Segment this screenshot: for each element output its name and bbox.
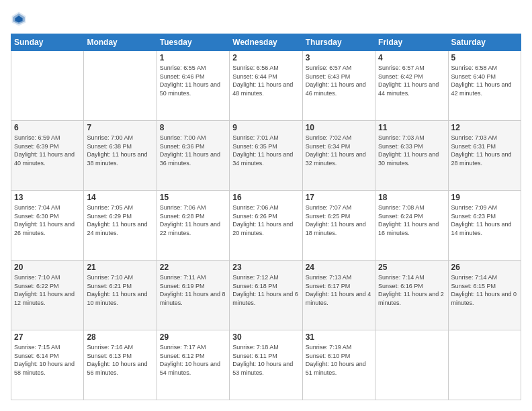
day-number: 4 (378, 53, 445, 62)
cell-info: Sunrise: 7:07 AM Sunset: 6:25 PM Dayligh… (306, 203, 372, 237)
calendar-cell: 2Sunrise: 6:56 AM Sunset: 6:44 PM Daylig… (230, 51, 302, 121)
day-number: 13 (14, 193, 81, 202)
cell-info: Sunrise: 7:15 AM Sunset: 6:14 PM Dayligh… (14, 343, 81, 377)
calendar-cell: 13Sunrise: 7:04 AM Sunset: 6:30 PM Dayli… (11, 191, 84, 261)
header (11, 11, 521, 27)
calendar-cell: 7Sunrise: 7:00 AM Sunset: 6:38 PM Daylig… (84, 121, 157, 191)
cell-info: Sunrise: 7:13 AM Sunset: 6:17 PM Dayligh… (306, 273, 372, 307)
cell-info: Sunrise: 7:03 AM Sunset: 6:31 PM Dayligh… (451, 134, 518, 167)
cell-info: Sunrise: 7:06 AM Sunset: 6:28 PM Dayligh… (160, 203, 226, 237)
cell-info: Sunrise: 6:57 AM Sunset: 6:43 PM Dayligh… (306, 64, 372, 97)
calendar-cell: 10Sunrise: 7:02 AM Sunset: 6:34 PM Dayli… (302, 121, 375, 191)
weekday-header-tuesday: Tuesday (157, 34, 229, 51)
day-number: 1 (160, 53, 226, 62)
day-number: 11 (378, 123, 445, 132)
calendar-cell: 11Sunrise: 7:03 AM Sunset: 6:33 PM Dayli… (375, 121, 448, 191)
calendar-cell: 21Sunrise: 7:10 AM Sunset: 6:21 PM Dayli… (84, 261, 157, 330)
day-number: 26 (451, 263, 518, 272)
calendar-cell: 15Sunrise: 7:06 AM Sunset: 6:28 PM Dayli… (157, 191, 229, 261)
calendar-cell: 29Sunrise: 7:17 AM Sunset: 6:12 PM Dayli… (157, 330, 229, 400)
weekday-header-saturday: Saturday (448, 34, 521, 51)
calendar-cell: 25Sunrise: 7:14 AM Sunset: 6:16 PM Dayli… (375, 261, 448, 330)
cell-info: Sunrise: 7:14 AM Sunset: 6:16 PM Dayligh… (378, 273, 445, 307)
cell-info: Sunrise: 7:14 AM Sunset: 6:15 PM Dayligh… (451, 273, 518, 307)
day-number: 8 (160, 123, 226, 132)
calendar-cell: 30Sunrise: 7:18 AM Sunset: 6:11 PM Dayli… (230, 330, 302, 400)
cell-info: Sunrise: 6:55 AM Sunset: 6:46 PM Dayligh… (160, 64, 226, 97)
day-number: 7 (87, 123, 153, 132)
weekday-header-thursday: Thursday (302, 34, 375, 51)
calendar-cell: 3Sunrise: 6:57 AM Sunset: 6:43 PM Daylig… (302, 51, 375, 121)
day-number: 9 (232, 123, 299, 132)
weekday-header-row: SundayMondayTuesdayWednesdayThursdayFrid… (11, 34, 521, 51)
day-number: 25 (378, 263, 445, 272)
cell-info: Sunrise: 7:08 AM Sunset: 6:24 PM Dayligh… (378, 203, 445, 237)
calendar-cell: 6Sunrise: 6:59 AM Sunset: 6:39 PM Daylig… (11, 121, 84, 191)
logo (11, 11, 30, 27)
day-number: 2 (232, 53, 299, 62)
day-number: 6 (14, 123, 81, 132)
calendar-cell: 18Sunrise: 7:08 AM Sunset: 6:24 PM Dayli… (375, 191, 448, 261)
day-number: 3 (306, 53, 372, 62)
cell-info: Sunrise: 7:00 AM Sunset: 6:38 PM Dayligh… (87, 134, 153, 167)
calendar-cell: 4Sunrise: 6:57 AM Sunset: 6:42 PM Daylig… (375, 51, 448, 121)
cell-info: Sunrise: 6:58 AM Sunset: 6:40 PM Dayligh… (451, 64, 518, 97)
day-number: 18 (378, 193, 445, 202)
page: SundayMondayTuesdayWednesdayThursdayFrid… (0, 0, 532, 411)
calendar-cell: 14Sunrise: 7:05 AM Sunset: 6:29 PM Dayli… (84, 191, 157, 261)
calendar-cell: 12Sunrise: 7:03 AM Sunset: 6:31 PM Dayli… (448, 121, 521, 191)
day-number: 21 (87, 263, 153, 272)
cell-info: Sunrise: 7:02 AM Sunset: 6:34 PM Dayligh… (306, 134, 372, 167)
logo-icon (11, 11, 27, 27)
week-row-3: 13Sunrise: 7:04 AM Sunset: 6:30 PM Dayli… (11, 191, 521, 261)
day-number: 17 (306, 193, 372, 202)
calendar-cell: 26Sunrise: 7:14 AM Sunset: 6:15 PM Dayli… (448, 261, 521, 330)
day-number: 10 (306, 123, 372, 132)
calendar-cell: 22Sunrise: 7:11 AM Sunset: 6:19 PM Dayli… (157, 261, 229, 330)
day-number: 24 (306, 263, 372, 272)
calendar-cell: 24Sunrise: 7:13 AM Sunset: 6:17 PM Dayli… (302, 261, 375, 330)
week-row-4: 20Sunrise: 7:10 AM Sunset: 6:22 PM Dayli… (11, 261, 521, 330)
calendar-table: SundayMondayTuesdayWednesdayThursdayFrid… (11, 34, 521, 400)
calendar-cell: 27Sunrise: 7:15 AM Sunset: 6:14 PM Dayli… (11, 330, 84, 400)
calendar-cell (448, 330, 521, 400)
day-number: 20 (14, 263, 81, 272)
cell-info: Sunrise: 7:09 AM Sunset: 6:23 PM Dayligh… (451, 203, 518, 237)
calendar-cell (11, 51, 84, 121)
cell-info: Sunrise: 6:56 AM Sunset: 6:44 PM Dayligh… (232, 64, 299, 97)
weekday-header-wednesday: Wednesday (230, 34, 302, 51)
week-row-5: 27Sunrise: 7:15 AM Sunset: 6:14 PM Dayli… (11, 330, 521, 400)
calendar-cell: 9Sunrise: 7:01 AM Sunset: 6:35 PM Daylig… (230, 121, 302, 191)
cell-info: Sunrise: 6:59 AM Sunset: 6:39 PM Dayligh… (14, 134, 81, 167)
day-number: 16 (232, 193, 299, 202)
calendar-cell: 31Sunrise: 7:19 AM Sunset: 6:10 PM Dayli… (302, 330, 375, 400)
day-number: 15 (160, 193, 226, 202)
day-number: 22 (160, 263, 226, 272)
cell-info: Sunrise: 7:12 AM Sunset: 6:18 PM Dayligh… (232, 273, 299, 307)
day-number: 5 (451, 53, 518, 62)
cell-info: Sunrise: 7:05 AM Sunset: 6:29 PM Dayligh… (87, 203, 153, 237)
day-number: 28 (87, 332, 153, 342)
calendar-cell: 1Sunrise: 6:55 AM Sunset: 6:46 PM Daylig… (157, 51, 229, 121)
weekday-header-monday: Monday (84, 34, 157, 51)
cell-info: Sunrise: 7:01 AM Sunset: 6:35 PM Dayligh… (232, 134, 299, 167)
cell-info: Sunrise: 7:10 AM Sunset: 6:21 PM Dayligh… (87, 273, 153, 307)
cell-info: Sunrise: 7:04 AM Sunset: 6:30 PM Dayligh… (14, 203, 81, 237)
weekday-header-friday: Friday (375, 34, 448, 51)
day-number: 19 (451, 193, 518, 202)
calendar-cell: 16Sunrise: 7:06 AM Sunset: 6:26 PM Dayli… (230, 191, 302, 261)
cell-info: Sunrise: 7:16 AM Sunset: 6:13 PM Dayligh… (87, 343, 153, 377)
day-number: 12 (451, 123, 518, 132)
calendar-cell (375, 330, 448, 400)
calendar-cell: 5Sunrise: 6:58 AM Sunset: 6:40 PM Daylig… (448, 51, 521, 121)
calendar-cell: 17Sunrise: 7:07 AM Sunset: 6:25 PM Dayli… (302, 191, 375, 261)
calendar-cell: 8Sunrise: 7:00 AM Sunset: 6:36 PM Daylig… (157, 121, 229, 191)
day-number: 27 (14, 332, 81, 342)
day-number: 31 (306, 332, 372, 342)
day-number: 23 (232, 263, 299, 272)
calendar-cell (84, 51, 157, 121)
day-number: 30 (232, 332, 299, 342)
calendar-cell: 23Sunrise: 7:12 AM Sunset: 6:18 PM Dayli… (230, 261, 302, 330)
calendar-cell: 19Sunrise: 7:09 AM Sunset: 6:23 PM Dayli… (448, 191, 521, 261)
cell-info: Sunrise: 7:19 AM Sunset: 6:10 PM Dayligh… (306, 343, 372, 377)
